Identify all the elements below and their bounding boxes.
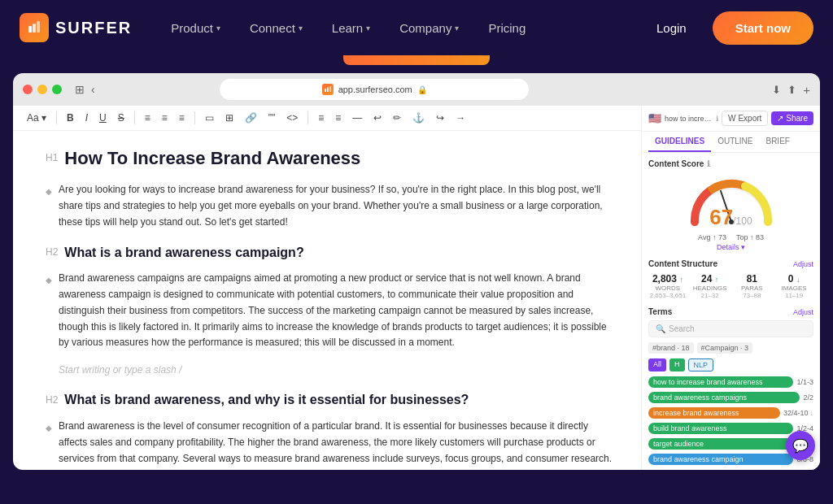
close-window-button[interactable] [23, 85, 33, 94]
heading-2: H2 What is a brand awareness campaign? [46, 242, 618, 263]
bullet-icon: ◆ [46, 422, 52, 467]
undo-button[interactable]: ↩ [369, 111, 386, 125]
hashtag-brand[interactable]: #brand · 18 [648, 342, 694, 354]
forward-button[interactable]: → [451, 111, 469, 125]
table-button[interactable]: ⊞ [221, 111, 238, 125]
flag-icon: 🇺🇸 [648, 112, 661, 124]
list-button[interactable]: ≡ [314, 111, 328, 125]
gauge-stats: Avg ↑ 73 Top ↑ 83 [698, 233, 764, 241]
terms-search[interactable]: 🔍 Search [648, 320, 813, 337]
strikethrough-button[interactable]: S [114, 111, 129, 125]
term-item: increase brand awareness 32/4-10 ↓ [648, 407, 813, 419]
svg-rect-0 [28, 26, 32, 33]
share-icon: ↗ [777, 114, 783, 123]
content-structure-grid: 2,803 ↑ WORDS 2,653–3,651 24 ↑ HEADINGS [648, 273, 813, 299]
paragraph-1: ◆ Are you looking for ways to increase b… [46, 182, 618, 230]
download-icon[interactable]: ⬇ [772, 84, 781, 96]
nav-learn[interactable]: Learn ▾ [319, 15, 383, 41]
panel-body: Content Score ℹ [642, 153, 820, 470]
placeholder-text[interactable]: Start writing or type a slash / [59, 363, 618, 378]
code-button[interactable]: <> [282, 111, 302, 125]
term-label: how to increase brand awareness [648, 376, 793, 388]
paragraph-2-text: Brand awareness campaigns are campaigns … [59, 271, 618, 351]
paragraphs-cell: 81 PARAS 73–88 [733, 273, 772, 299]
align-right-button[interactable]: ≡ [175, 111, 189, 125]
paragraphs-value: 81 [733, 273, 772, 285]
site-favicon [322, 84, 334, 95]
h1-text: How To Increase Brand Awareness [64, 144, 360, 172]
traffic-lights [23, 85, 62, 94]
editor-content[interactable]: H1 How To Increase Brand Awareness ◆ Are… [13, 131, 641, 470]
images-value: 0 ↓ [774, 273, 813, 285]
panel-header-left: 🇺🇸 how to increase brand awareness ℹ [648, 112, 718, 124]
browser-actions: ⬇ ⬆ + [772, 83, 810, 97]
login-button[interactable]: Login [643, 15, 700, 41]
back-arrow-icon[interactable]: ‹ [91, 83, 95, 96]
logo[interactable]: SURFER [20, 13, 132, 42]
filter-headings[interactable]: H [669, 358, 685, 371]
export-button[interactable]: W Export [722, 111, 768, 126]
add-tab-icon[interactable]: + [803, 83, 810, 97]
nav-pricing[interactable]: Pricing [475, 15, 539, 41]
divider-button[interactable]: — [348, 111, 366, 125]
terms-adjust-button[interactable]: Adjust [793, 308, 813, 316]
svg-rect-3 [325, 89, 326, 92]
align-center-button[interactable]: ≡ [158, 111, 172, 125]
terms-title: Terms [648, 307, 672, 316]
ordered-list-button[interactable]: ≡ [331, 111, 345, 125]
panel-header: 🇺🇸 how to increase brand awareness ℹ W E… [642, 106, 820, 132]
chat-bubble-button[interactable]: 💬 [786, 431, 815, 460]
h2-2-marker: H2 [46, 393, 58, 408]
start-now-button[interactable]: Start now [713, 11, 813, 45]
content-structure-header: Content Structure Adjust [648, 259, 813, 268]
adjust-button[interactable]: Adjust [793, 260, 813, 268]
right-panel: 🇺🇸 how to increase brand awareness ℹ W E… [641, 106, 820, 470]
term-count: 2/2 [803, 393, 813, 402]
logo-text: SURFER [55, 19, 132, 37]
tab-brief[interactable]: BRIEF [759, 132, 796, 152]
chevron-down-icon: ▾ [366, 24, 370, 33]
nav-company[interactable]: Company ▾ [386, 15, 472, 41]
image-button[interactable]: ▭ [201, 111, 218, 125]
redo-button[interactable]: ↪ [432, 111, 448, 125]
cta-underline [343, 55, 490, 65]
font-size-button[interactable]: Aa ▾ [23, 111, 50, 125]
link-button[interactable]: 🔗 [241, 111, 261, 125]
browser-controls: ⊞ ‹ [75, 83, 95, 96]
logo-icon [20, 13, 49, 42]
chevron-down-icon: ▾ [216, 24, 220, 33]
bold-button[interactable]: B [63, 111, 78, 125]
share-button[interactable]: ↗ Share [771, 111, 813, 125]
bullet-icon: ◆ [46, 185, 52, 230]
heading-1: H1 How To Increase Brand Awareness [46, 144, 618, 172]
align-left-button[interactable]: ≡ [141, 111, 155, 125]
nav-product[interactable]: Product ▾ [158, 15, 233, 41]
content-structure-title: Content Structure [648, 259, 717, 268]
paragraph-1-text: Are you looking for ways to increase bra… [59, 182, 618, 230]
tab-outline[interactable]: OUTLINE [711, 132, 759, 152]
filter-all[interactable]: All [648, 358, 666, 371]
address-bar[interactable]: app.surferseo.com 🔒 [220, 79, 529, 100]
paragraph-3: ◆ Brand awareness is the level of consum… [46, 419, 618, 467]
chevron-down-icon: ▾ [299, 24, 303, 33]
h2-2-text: What is brand awareness, and why is it e… [64, 389, 469, 411]
filter-nlp[interactable]: NLP [688, 358, 714, 371]
minimize-window-button[interactable] [37, 85, 47, 94]
info-icon: ℹ [716, 115, 718, 123]
italic-button[interactable]: I [81, 111, 92, 125]
nav-connect[interactable]: Connect ▾ [237, 15, 316, 41]
details-button[interactable]: Details ▾ [717, 243, 745, 251]
svg-rect-4 [327, 88, 329, 93]
panel-tabs: GUIDELINES OUTLINE BRIEF [642, 132, 820, 153]
tab-guidelines[interactable]: GUIDELINES [648, 132, 711, 152]
anchor-button[interactable]: ⚓ [408, 111, 429, 125]
bullet-icon: ◆ [46, 274, 52, 351]
underline-button[interactable]: U [95, 111, 111, 125]
share-icon[interactable]: ⬆ [787, 84, 796, 96]
pen-button[interactable]: ✏ [389, 111, 405, 125]
maximize-window-button[interactable] [52, 85, 62, 94]
hashtag-campaign[interactable]: #Campaign · 3 [697, 342, 753, 354]
nav-right: Login Start now [643, 11, 813, 45]
quote-button[interactable]: "" [264, 111, 280, 125]
browser-window: ⊞ ‹ app.surferseo.com 🔒 ⬇ ⬆ + [13, 73, 820, 470]
